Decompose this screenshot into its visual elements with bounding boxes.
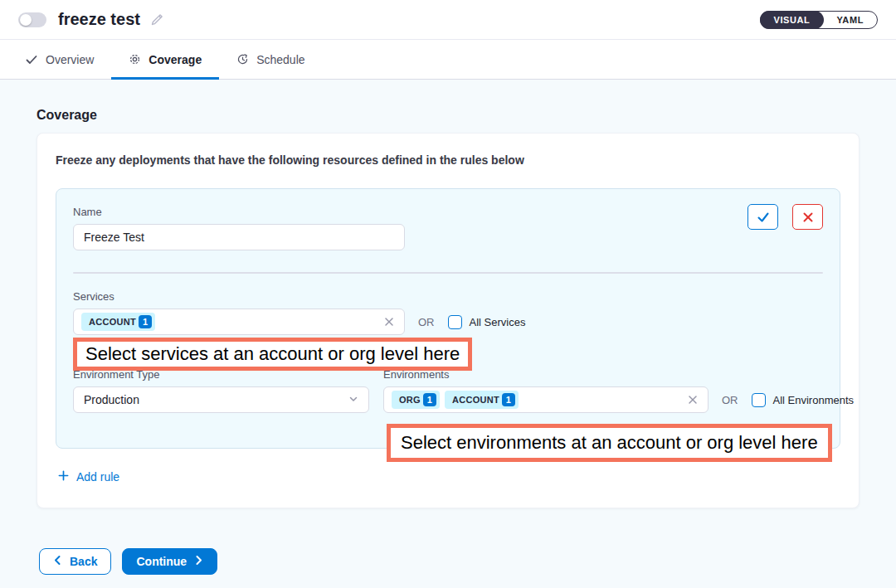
coverage-instruction: Freeze any deployments that have the fol…: [56, 153, 840, 167]
environments-clear-icon[interactable]: [686, 393, 699, 406]
rule-name-input[interactable]: [73, 224, 405, 250]
services-multiselect[interactable]: ACCOUNT 1: [73, 309, 405, 335]
environments-tag-org[interactable]: ORG 1: [392, 391, 440, 409]
check-icon: [25, 53, 38, 66]
confirm-rule-button[interactable]: [747, 204, 778, 230]
rule-actions: [747, 204, 823, 230]
all-environments-label: All Environments: [773, 394, 855, 406]
environments-multiselect[interactable]: ORG 1 ACCOUNT 1: [383, 386, 709, 413]
chevron-down-icon: [348, 393, 358, 406]
services-label: Services: [73, 290, 823, 303]
environments-tag-count: 1: [502, 393, 515, 406]
annotation-environments: Select environments at an account or org…: [387, 424, 832, 462]
tab-coverage-label: Coverage: [149, 53, 202, 66]
annotation-services: Select services at an account or org lev…: [73, 338, 472, 371]
environment-type-select[interactable]: Production: [73, 386, 369, 413]
add-rule-link[interactable]: Add rule: [58, 470, 119, 484]
freeze-enabled-toggle[interactable]: [18, 12, 46, 27]
name-label: Name: [73, 206, 823, 218]
services-clear-icon[interactable]: [382, 315, 396, 328]
services-tag-count: 1: [139, 315, 152, 328]
chevron-left-icon: [53, 555, 62, 568]
edit-pencil-icon[interactable]: [150, 12, 164, 27]
back-button[interactable]: Back: [39, 548, 111, 575]
environment-type-value: Production: [84, 393, 139, 406]
chevron-right-icon: [194, 555, 203, 568]
wizard-footer: Back Continue: [39, 548, 896, 575]
main-content: Coverage Freeze any deployments that hav…: [0, 80, 896, 575]
visual-segment[interactable]: VISUAL: [760, 11, 825, 29]
tab-bar: Overview Coverage Schedule: [0, 40, 896, 80]
header: freeze test VISUAL YAML: [0, 0, 896, 40]
all-services-label: All Services: [470, 316, 526, 328]
plus-icon: [58, 470, 69, 484]
tab-coverage[interactable]: Coverage: [111, 40, 219, 79]
section-title: Coverage: [37, 108, 896, 123]
environments-tag-count: 1: [423, 393, 436, 406]
environments-tag-text: ACCOUNT: [452, 395, 499, 405]
services-tag-account[interactable]: ACCOUNT 1: [81, 313, 155, 331]
tab-overview-label: Overview: [46, 53, 94, 66]
continue-button[interactable]: Continue: [122, 548, 217, 575]
rule-panel: Name Services: [56, 188, 840, 449]
environments-tag-text: ORG: [399, 395, 421, 405]
rule-divider: [73, 272, 823, 274]
environments-or-label: OR: [722, 394, 738, 406]
services-or-label: OR: [418, 316, 435, 328]
environments-tag-account[interactable]: ACCOUNT 1: [445, 391, 519, 409]
visual-yaml-toggle: VISUAL YAML: [760, 11, 879, 29]
tab-schedule[interactable]: Schedule: [219, 40, 322, 79]
tab-overview[interactable]: Overview: [25, 40, 111, 79]
delete-rule-button[interactable]: [792, 204, 823, 230]
back-button-label: Back: [70, 555, 97, 568]
freeze-title: freeze test: [58, 10, 140, 29]
add-rule-label: Add rule: [76, 470, 119, 484]
all-services-checkbox[interactable]: [448, 315, 462, 329]
services-tag-text: ACCOUNT: [89, 317, 136, 327]
yaml-segment[interactable]: YAML: [822, 11, 878, 29]
continue-button-label: Continue: [136, 555, 187, 568]
all-environments-checkbox[interactable]: [752, 393, 766, 407]
gear-icon: [129, 53, 141, 66]
tab-schedule-label: Schedule: [256, 53, 304, 66]
toggle-knob: [20, 14, 32, 26]
clock-history-icon: [236, 53, 249, 66]
